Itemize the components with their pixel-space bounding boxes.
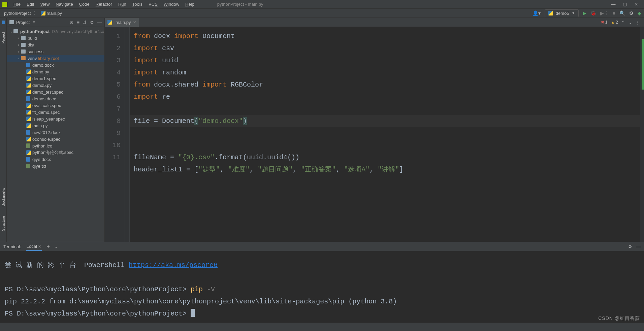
stop-button[interactable]: ■ — [613, 10, 615, 16]
minimize-button[interactable]: — — [611, 2, 616, 7]
editor-tab[interactable]: main.py ✕ — [105, 18, 139, 27]
terminal-tab[interactable]: Local ✕ — [26, 242, 42, 251]
select-opened-file-icon[interactable]: ⊙ — [70, 20, 73, 25]
tree-folder[interactable]: ›dist — [7, 41, 104, 48]
fold-gutter — [125, 27, 130, 242]
structure-tool-label[interactable]: Structure — [1, 214, 5, 232]
menu-file[interactable]: File — [11, 1, 23, 8]
tree-file[interactable]: ›python海伦公式.spec — [7, 149, 104, 156]
editor-area: main.py ✕ ✖1 ▲2 ⌃ ⌄ ⋮ 1234567891011 from… — [105, 18, 644, 242]
menu-bar: File Edit View Navigate Code Refactor Ru… — [11, 1, 197, 8]
tree-file[interactable]: ›demo_test.spec — [7, 89, 104, 95]
file-icon — [26, 150, 31, 155]
run-coverage-button[interactable]: ▶⋮ — [600, 10, 609, 16]
menu-refactor[interactable]: Refactor — [93, 1, 115, 8]
tree-file[interactable]: ›demo.py — [7, 68, 104, 75]
tree-file[interactable]: ›demo1.spec — [7, 75, 104, 82]
new-terminal-button[interactable]: + — [46, 243, 50, 250]
file-icon — [26, 69, 31, 74]
file-icon — [26, 96, 30, 101]
nav-bar: pythonProject 〉 main.py 👤▾ demo5 ▼ ▶ 🐞 ▶… — [0, 9, 644, 18]
more-icon[interactable]: ⋮ — [636, 20, 640, 25]
tree-folder[interactable]: ›success — [7, 48, 104, 55]
close-tab-icon[interactable]: ✕ — [133, 20, 136, 25]
project-panel-title: Project — [16, 20, 30, 25]
collapse-all-icon[interactable]: ⇵ — [83, 20, 87, 25]
expand-all-icon[interactable]: ≡ — [77, 20, 79, 25]
tree-file[interactable]: ›fft_demo.spec — [7, 109, 104, 115]
menu-edit[interactable]: Edit — [24, 1, 37, 8]
tree-file[interactable]: ›demo.docx — [7, 62, 104, 68]
user-icon[interactable]: 👤▾ — [533, 10, 541, 16]
debug-button[interactable]: 🐞 — [590, 10, 596, 16]
tree-file[interactable]: ›isleap_year.spec — [7, 115, 104, 122]
file-icon — [26, 157, 30, 162]
menu-window[interactable]: Window — [161, 1, 182, 8]
file-icon — [26, 110, 31, 114]
tree-file[interactable]: ›demo5.py — [7, 82, 104, 89]
run-config-selector[interactable]: demo5 ▼ — [545, 9, 579, 17]
chevron-down-icon[interactable]: ⌄ — [55, 244, 58, 249]
menu-navigate[interactable]: Navigate — [53, 1, 75, 8]
code-with-me-icon[interactable]: ◆ — [638, 10, 641, 16]
editor-tab-bar: main.py ✕ ✖1 ▲2 ⌃ ⌄ ⋮ — [105, 18, 644, 27]
terminal-settings-icon[interactable]: ⚙ — [628, 244, 632, 249]
tree-folder[interactable]: ›build — [7, 35, 104, 41]
tree-file[interactable]: ›python.ico — [7, 142, 104, 149]
close-button[interactable]: ✕ — [634, 2, 639, 7]
tree-folder-venv[interactable]: ›venvlibrary root — [7, 55, 104, 62]
file-icon — [26, 76, 31, 81]
tree-file[interactable]: ›qiye.docx — [7, 156, 104, 163]
menu-code[interactable]: Code — [76, 1, 92, 8]
terminal-body[interactable]: 尝 试 新 的 跨 平 台 PowerShell https://aka.ms/… — [0, 251, 644, 323]
tree-root[interactable]: ⌄ pythonProject D:\save\myclass\Python\c… — [7, 28, 104, 35]
watermark: CSDN @红目香薰 — [598, 316, 640, 322]
python-file-icon — [107, 20, 112, 25]
project-tree[interactable]: ⌄ pythonProject D:\save\myclass\Python\c… — [7, 27, 104, 242]
bookmarks-tool-label[interactable]: Bookmarks — [1, 187, 5, 208]
menu-run[interactable]: Run — [116, 1, 129, 8]
breadcrumb-project[interactable]: pythonProject — [3, 10, 32, 16]
maximize-button[interactable]: ▢ — [622, 2, 627, 7]
settings-icon[interactable]: ⚙ — [629, 10, 634, 16]
hide-panel-icon[interactable]: — — [97, 20, 102, 25]
folder-icon — [9, 20, 14, 24]
project-tool-icon[interactable] — [2, 21, 5, 24]
tree-file[interactable]: ›oconsole.spec — [7, 136, 104, 142]
warning-count[interactable]: ▲2 — [611, 20, 618, 25]
code-editor[interactable]: from docx import Document import csv imp… — [130, 27, 640, 242]
terminal-link[interactable]: https://aka.ms/pscore6 — [129, 261, 218, 269]
menu-view[interactable]: View — [37, 1, 52, 8]
menu-vcs[interactable]: VCS — [146, 1, 160, 8]
breadcrumb-file[interactable]: main.py — [39, 10, 64, 16]
terminal-title: Terminal: — [3, 244, 21, 249]
inspection-stripe — [640, 27, 644, 242]
chevron-down-icon[interactable]: ▼ — [32, 21, 35, 24]
chevron-up-icon[interactable]: ⌃ — [621, 20, 625, 25]
terminal-cursor — [191, 309, 195, 317]
file-icon — [26, 130, 30, 135]
search-icon[interactable]: 🔍 — [619, 10, 625, 16]
file-icon — [26, 117, 31, 121]
tree-file[interactable]: ›new2012.docx — [7, 129, 104, 136]
hide-terminal-icon[interactable]: — — [636, 244, 641, 249]
error-count[interactable]: ✖1 — [601, 20, 608, 25]
breadcrumb-sep: 〉 — [32, 10, 39, 16]
run-button[interactable]: ▶ — [583, 10, 586, 16]
settings-icon[interactable]: ⚙ — [90, 20, 94, 25]
title-bar: File Edit View Navigate Code Refactor Ru… — [0, 0, 644, 9]
line-gutter: 1234567891011 — [105, 27, 125, 242]
menu-help[interactable]: Help — [183, 1, 197, 8]
tree-file[interactable]: ›qiye.txt — [7, 163, 104, 169]
folder-icon — [21, 56, 26, 60]
terminal-header: Terminal: Local ✕ + ⌄ ⚙ — — [0, 242, 644, 251]
terminal-panel: Terminal: Local ✕ + ⌄ ⚙ — 尝 试 新 的 跨 平 台 … — [0, 242, 644, 323]
tree-file[interactable]: ›demos.docx — [7, 95, 104, 102]
close-tab-icon[interactable]: ✕ — [38, 244, 41, 249]
chevron-down-icon[interactable]: ⌄ — [629, 20, 632, 25]
tree-file[interactable]: ›eval_calc.spec — [7, 102, 104, 109]
project-tool-label[interactable]: Project — [1, 31, 5, 45]
status-bar — [0, 323, 644, 331]
tree-file[interactable]: ›main.py — [7, 122, 104, 129]
menu-tools[interactable]: Tools — [130, 1, 145, 8]
